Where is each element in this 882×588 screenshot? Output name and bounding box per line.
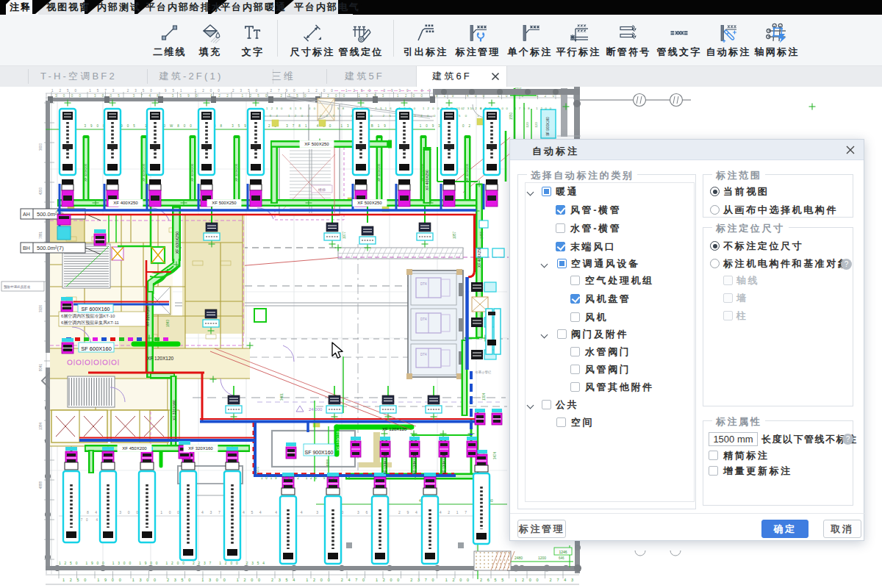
svg-text:120: 120: [534, 122, 538, 128]
svg-text:冷凝小管径: 冷凝小管径: [475, 370, 492, 374]
svg-text:DT4: DT4: [420, 353, 427, 356]
svg-text:平台内部电气: 平台内部电气: [294, 1, 360, 12]
svg-text:24.000: 24.000: [309, 407, 323, 412]
svg-text:1843: 1843: [166, 319, 170, 327]
svg-text:6層空调内区预留冷源KT-10: 6層空调内区预留冷源KT-10: [61, 313, 115, 319]
svg-text:XF 320X200: XF 320X200: [465, 163, 469, 181]
svg-text:XF 320X200: XF 320X200: [84, 163, 87, 181]
svg-text:394 1200 2277 1200 2590 1: 394 1200 2277 1200 2590 1400 2550 1200: [263, 114, 499, 118]
svg-text:3600: 3600: [39, 143, 43, 151]
svg-text:平台内部暖通: 平台内部暖通: [220, 1, 287, 12]
svg-text:SF 600X160: SF 600X160: [81, 345, 112, 352]
svg-text:1384 3300 3100 3437 3454 4664: 1384 3300 3100 3437 3454 4664 3670 3655 …: [70, 510, 467, 514]
svg-text:XF 120X120: XF 120X120: [384, 454, 387, 474]
svg-text:3461: 3461: [280, 392, 284, 401]
svg-text:1977: 1977: [343, 231, 346, 239]
svg-text:XF 120X120: XF 120X120: [147, 356, 174, 361]
svg-text:1250 1900 1300 2350 1300 1200: 1250 1900 1300 2350 1300 1200 2354 1200 …: [62, 578, 573, 582]
svg-text:4888: 4888: [326, 459, 330, 467]
svg-text:120: 120: [526, 122, 529, 128]
svg-text:XF 320X160: XF 320X160: [172, 400, 176, 420]
svg-text:XF 400X250: XF 400X250: [113, 201, 138, 205]
svg-text:3926: 3926: [39, 304, 43, 312]
svg-text:XF 500X250: XF 500X250: [212, 201, 237, 205]
svg-text:XF 400X250: XF 400X250: [477, 247, 481, 268]
svg-text:XF 400X250: XF 400X250: [425, 170, 429, 190]
svg-text:1384: 1384: [39, 422, 43, 430]
svg-text:XF 320X200: XF 320X200: [142, 163, 146, 181]
svg-text:SF 600X160: SF 600X160: [82, 306, 110, 312]
svg-text:XF 320X200: XF 320X200: [234, 163, 238, 181]
svg-text:注释: 注释: [10, 1, 32, 12]
svg-text:XF 120X120: XF 120X120: [442, 454, 446, 474]
svg-text:4888: 4888: [39, 481, 43, 489]
svg-text:8041: 8041: [39, 363, 43, 371]
svg-text:BH: BH: [23, 245, 30, 251]
svg-text:4200: 4200: [39, 187, 43, 195]
svg-text:1246: 1246: [559, 550, 567, 554]
svg-text:视图视窗: 视图视窗: [46, 1, 90, 12]
svg-text:1019 3122 120 960: 1019 3122 120 960: [261, 476, 334, 480]
svg-text:XF 320X160: XF 320X160: [146, 306, 150, 326]
svg-text:646: 646: [559, 556, 564, 560]
svg-text:3474: 3474: [493, 451, 497, 459]
svg-text:1304: 1304: [482, 392, 486, 401]
svg-text:XF 500X250: XF 500X250: [357, 201, 382, 205]
svg-text:平台内部给排水: 平台内部给排水: [146, 1, 223, 12]
svg-text:XF 320X160: XF 320X160: [188, 446, 213, 451]
svg-text:1455: 1455: [480, 231, 484, 239]
svg-text:1957: 1957: [453, 231, 456, 239]
svg-text:AH: AH: [23, 212, 30, 217]
svg-text:DT4: DT4: [420, 282, 427, 286]
svg-text:2480: 2480: [514, 556, 523, 560]
svg-text:内部测试: 内部测试: [97, 1, 141, 12]
svg-text:XF 120X120: XF 120X120: [413, 454, 417, 474]
svg-text:DT4: DT4: [420, 318, 427, 321]
svg-text:1200: 1200: [538, 556, 546, 560]
svg-text:XF 120X120: XF 120X120: [337, 431, 340, 451]
svg-text:XF 320X200: XF 320X200: [190, 163, 194, 181]
svg-text:XF 120X120: XF 120X120: [382, 427, 407, 431]
svg-text:7881: 7881: [39, 231, 43, 239]
svg-text:SF 900X160: SF 900X160: [305, 450, 334, 455]
svg-text:1250 1900 1300 1900 1200: 1250 1900 1300 1900 1200 2237 1200 2354: [59, 562, 265, 565]
svg-text:楼梯: 楼梯: [318, 187, 326, 192]
svg-text:XF 630X250: XF 630X250: [175, 232, 179, 254]
svg-text:XF 450X200: XF 450X200: [122, 446, 147, 451]
svg-text:XF 320X200: XF 320X200: [377, 163, 381, 181]
svg-text:1550: 1550: [509, 112, 513, 120]
svg-text:XF 500X250: XF 500X250: [304, 142, 329, 146]
svg-text:SF 900X160: SF 900X160: [546, 117, 550, 136]
svg-text:预留空调机房基准: 预留空调机房基准: [4, 284, 31, 290]
svg-text:500.0m²(7): 500.0m²(7): [37, 245, 64, 251]
svg-text:6層空调内区预留采集风KT-11: 6層空调内区预留采集风KT-11: [61, 320, 120, 326]
